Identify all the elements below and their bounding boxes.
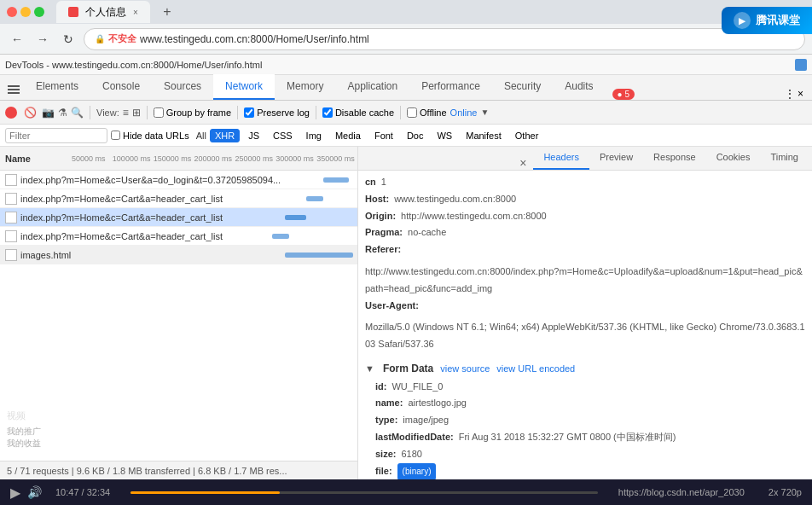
tab-preview[interactable]: Preview — [589, 147, 643, 170]
css-filter-btn[interactable]: CSS — [268, 129, 298, 142]
xhr-filter-btn[interactable]: XHR — [210, 129, 240, 142]
request-row[interactable]: index.php?m=Home&c=Cart&a=header_cart_li… — [0, 189, 357, 208]
disable-cache-section[interactable]: Disable cache — [322, 107, 394, 118]
request-row[interactable]: index.php?m=Home&c=User&a=do_login&t=0.3… — [0, 171, 357, 189]
row-checkbox-3[interactable] — [5, 212, 17, 223]
media-filter-btn[interactable]: Media — [330, 129, 366, 142]
group-frame-label[interactable]: Group by frame — [154, 107, 231, 118]
player-controls[interactable]: ▶ 🔊 — [10, 485, 42, 501]
throttle-dropdown[interactable]: ▼ — [480, 107, 489, 117]
waterfall-bar-1 — [323, 177, 349, 183]
form-field-lastmodified: lastModifiedDate: Fri Aug 31 2018 15:32:… — [365, 429, 805, 446]
tab-headers[interactable]: Headers — [533, 147, 589, 170]
filter-icon[interactable]: ⚗ — [58, 107, 67, 119]
dock-icon[interactable]: ⋮ — [785, 88, 795, 100]
header-referer: Referer: http://www.testingedu.com.cn:80… — [365, 241, 805, 297]
request-list: index.php?m=Home&c=User&a=do_login&t=0.3… — [0, 171, 357, 461]
back-btn[interactable]: ← — [7, 29, 27, 49]
img-filter-btn[interactable]: Img — [301, 129, 327, 142]
window-minimize[interactable] — [20, 7, 31, 17]
group-frame-check[interactable] — [154, 107, 164, 118]
tab-performance[interactable]: Performance — [409, 74, 492, 100]
toolbar-divider-4 — [316, 106, 316, 119]
header-pragma: Pragma: no-cache — [365, 224, 805, 241]
window-close[interactable] — [7, 7, 17, 17]
tab-memory[interactable]: Memory — [275, 74, 335, 100]
ws-filter-btn[interactable]: WS — [432, 129, 457, 142]
left-sidebar-label: 视频 我的推广 我的收益 — [7, 409, 41, 450]
hide-data-urls-check[interactable] — [111, 131, 120, 140]
font-filter-btn[interactable]: Font — [369, 129, 398, 142]
volume-btn[interactable]: 🔊 — [27, 485, 42, 499]
close-detail-btn[interactable]: × — [513, 156, 533, 170]
row-checkbox-2[interactable] — [5, 193, 17, 205]
doc-filter-btn[interactable]: Doc — [402, 129, 429, 142]
js-filter-btn[interactable]: JS — [243, 129, 264, 142]
tab-network[interactable]: Network — [213, 74, 275, 100]
online-btn[interactable]: Online — [450, 107, 478, 118]
tab-timing[interactable]: Timing — [760, 147, 809, 170]
header-cn: cn 1 — [365, 174, 805, 191]
devtools-url: DevTools - www.testingedu.com.cn:8000/Ho… — [5, 60, 262, 70]
tab-close-btn[interactable]: × — [133, 8, 138, 17]
reload-btn[interactable]: ↻ — [58, 29, 78, 49]
request-row[interactable]: index.php?m=Home&c=Cart&a=header_cart_li… — [0, 208, 357, 227]
grid-view-btn[interactable]: ⊞ — [132, 107, 141, 119]
svg-rect-2 — [8, 92, 20, 94]
window-maximize[interactable] — [34, 7, 44, 17]
address-input[interactable]: 🔒 不安全 www.testingedu.com.cn:8000/Home/Us… — [84, 28, 805, 50]
row-checkbox-4[interactable] — [5, 230, 17, 242]
tab-console[interactable]: Console — [90, 74, 152, 100]
search-icon[interactable]: 🔍 — [71, 107, 84, 119]
form-field-type: type: image/jpeg — [365, 412, 805, 429]
close-devtools-icon[interactable]: × — [798, 88, 803, 100]
svg-rect-1 — [8, 89, 20, 90]
devtools-bar: DevTools - www.testingedu.com.cn:8000/Ho… — [0, 55, 812, 75]
manifest-filter-btn[interactable]: Manifest — [461, 129, 507, 142]
network-toolbar: 🚫 📷 ⚗ 🔍 View: ≡ ⊞ Group by frame Preserv… — [0, 101, 812, 125]
row-checkbox-1[interactable] — [5, 174, 17, 186]
tab-application[interactable]: Application — [335, 74, 409, 100]
devtools-menu-icon[interactable] — [3, 79, 24, 100]
tab-security[interactable]: Security — [492, 74, 553, 100]
offline-check[interactable] — [407, 107, 417, 118]
devtools-icon — [795, 59, 807, 71]
other-filter-btn[interactable]: Other — [510, 129, 544, 142]
preserve-log-check[interactable] — [244, 107, 254, 118]
tab-audits[interactable]: Audits — [553, 74, 605, 100]
form-data-header: ▼ Form Data view source view URL encoded — [365, 360, 805, 379]
preserve-log-section[interactable]: Preserve log — [244, 107, 310, 118]
hide-data-urls-label[interactable]: Hide data URLs — [111, 131, 189, 141]
header-user-agent: User-Agent: Mozilla/5.0 (Windows NT 6.1;… — [365, 298, 805, 353]
form-data-triangle: ▼ — [365, 361, 374, 378]
insecure-label: 不安全 — [108, 32, 136, 45]
view-url-encoded-link[interactable]: view URL encoded — [496, 361, 575, 378]
disable-cache-check[interactable] — [322, 107, 333, 118]
clear-btn[interactable]: 🚫 — [24, 107, 37, 119]
resolution: 2x 720p — [768, 487, 802, 497]
row-checkbox-5[interactable] — [5, 249, 17, 261]
waterfall-bar-4 — [272, 234, 289, 239]
tab-sources[interactable]: Sources — [152, 74, 213, 100]
list-view-btn[interactable]: ≡ — [123, 107, 129, 119]
request-row[interactable]: images.html — [0, 246, 357, 264]
tab-cookies[interactable]: Cookies — [706, 147, 761, 170]
view-source-link[interactable]: view source — [440, 361, 490, 378]
bottom-bar: ▶ 🔊 10:47 / 32:34 https://blog.csdn.net/… — [0, 479, 812, 505]
form-field-file: file: (binary) — [365, 463, 805, 479]
tab-response[interactable]: Response — [643, 147, 706, 170]
toolbar-divider-1 — [90, 106, 90, 119]
timeline-header: Name 50000 ms 100000 ms 150000 ms 200000… — [0, 147, 357, 171]
forward-btn[interactable]: → — [32, 29, 53, 49]
request-row[interactable]: index.php?m=Home&c=Cart&a=header_cart_li… — [0, 227, 357, 246]
filter-input[interactable] — [5, 128, 107, 143]
camera-btn[interactable]: 📷 — [42, 107, 55, 119]
record-btn[interactable] — [5, 107, 17, 119]
offline-section[interactable]: Offline — [407, 107, 447, 118]
new-tab-btn[interactable]: + — [157, 2, 177, 22]
tab-elements[interactable]: Elements — [24, 74, 90, 100]
browser-tab[interactable]: 个人信息 × — [56, 1, 150, 23]
play-btn[interactable]: ▶ — [10, 485, 20, 501]
network-left-panel: Name 50000 ms 100000 ms 150000 ms 200000… — [0, 147, 358, 479]
progress-bar[interactable] — [130, 491, 598, 494]
